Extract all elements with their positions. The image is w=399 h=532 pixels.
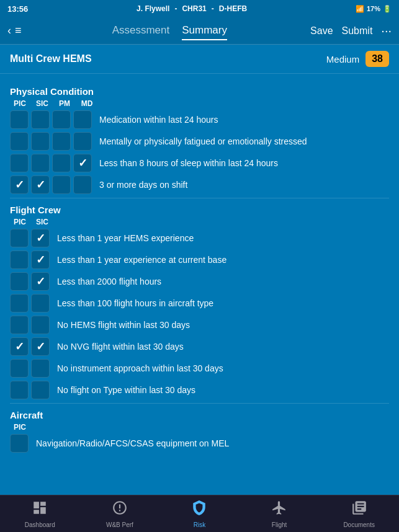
checkbox-0-2-3[interactable]: ✓ (73, 154, 92, 172)
more-button[interactable]: ··· (381, 24, 392, 38)
save-button[interactable]: Save (310, 25, 333, 37)
checkbox-1-0-1[interactable]: ✓ (31, 229, 50, 247)
nav-bar: ‹ ≡ Assessment Summary Save Submit ··· (0, 17, 399, 45)
checkbox-0-3-0[interactable]: ✓ (10, 175, 29, 194)
status-right: 📶 17% 🔋 (356, 5, 392, 13)
row-label: Less than 8 hours of sleep within last 2… (99, 158, 389, 168)
check-row: ✓✓3 or more days on shift (10, 175, 389, 194)
col-header: PIC (10, 99, 30, 108)
checkbox-1-2-1[interactable]: ✓ (31, 272, 50, 291)
row-label: No flight on Type within last 30 days (57, 385, 389, 395)
checkbox-1-5-1[interactable]: ✓ (31, 337, 50, 356)
back-arrow-icon: ‹ (7, 24, 11, 37)
score-right: Medium 38 (326, 51, 389, 67)
wifi-icon: 📶 (356, 5, 364, 13)
status-time: 13:56 (7, 4, 28, 14)
checkbox-2-0-0[interactable] (10, 434, 29, 453)
checkbox-1-3-1[interactable] (31, 294, 50, 313)
nav-tabs: Assessment Summary (29, 22, 311, 40)
tab-label-wb-perf: W&B Perf (106, 521, 133, 528)
checkbox-0-1-3[interactable] (73, 132, 92, 151)
flight-icon (271, 500, 287, 520)
checkbox-0-2-0[interactable] (10, 154, 29, 172)
checkbox-1-7-0[interactable] (10, 381, 29, 399)
dashboard-icon (32, 500, 48, 520)
check-row: ✓Less than 1 year HEMS experience (10, 229, 389, 247)
checkbox-1-6-1[interactable] (31, 359, 50, 378)
section-title-2: Aircraft (10, 410, 389, 420)
row-label: Less than 1 year experience at current b… (57, 255, 389, 265)
tab-summary[interactable]: Summary (182, 22, 227, 40)
battery-icon: 🔋 (383, 5, 392, 13)
checkbox-1-4-1[interactable] (31, 316, 50, 334)
checkbox-0-0-3[interactable] (73, 110, 92, 129)
score-bar: Multi Crew HEMS Medium 38 (0, 45, 399, 74)
checkbox-1-2-0[interactable] (10, 272, 29, 291)
nav-back-button[interactable]: ‹ ≡ (7, 24, 22, 37)
col-header: PM (55, 99, 74, 108)
checkbox-1-1-0[interactable] (10, 250, 29, 269)
check-row: No instrument approach within last 30 da… (10, 359, 389, 378)
status-pilot: J. Flywell (137, 4, 169, 13)
checkbox-0-0-2[interactable] (52, 110, 71, 129)
row-label: Navigation/Radio/AFCS/CSAS equipment on … (36, 438, 389, 448)
tab-item-wb-perf[interactable]: W&B Perf (80, 495, 160, 532)
score-title: Multi Crew HEMS (10, 53, 92, 64)
wb-perf-icon (112, 500, 128, 520)
row-label: No HEMS flight within last 30 days (57, 320, 389, 330)
col-header: MD (77, 99, 97, 108)
checkbox-1-1-1[interactable]: ✓ (31, 250, 50, 269)
menu-icon: ≡ (15, 24, 22, 37)
tab-item-dashboard[interactable]: Dashboard (0, 495, 80, 532)
check-mark: ✓ (36, 253, 45, 267)
checkbox-1-7-1[interactable] (31, 381, 50, 399)
tab-item-risk[interactable]: Risk (159, 495, 240, 532)
status-flight: CHR31 (182, 4, 206, 13)
checkbox-0-1-0[interactable] (10, 132, 29, 151)
check-row: ✓✓No NVG flight within last 30 days (10, 337, 389, 356)
checkbox-0-2-1[interactable] (31, 154, 50, 172)
tab-label-dashboard: Dashboard (25, 521, 55, 528)
checkbox-1-6-0[interactable] (10, 359, 29, 378)
main-content: Physical ConditionPICSICPMMDMedication w… (0, 74, 399, 495)
checkbox-0-0-0[interactable] (10, 110, 29, 129)
check-mark: ✓ (36, 275, 45, 288)
check-row: Navigation/Radio/AFCS/CSAS equipment on … (10, 434, 389, 453)
row-label: 3 or more days on shift (99, 180, 389, 190)
checkbox-0-0-1[interactable] (31, 110, 50, 129)
documents-icon (351, 500, 367, 520)
checkbox-1-4-0[interactable] (10, 316, 29, 334)
check-mark: ✓ (36, 178, 45, 192)
col-headers-1: PICSIC (10, 218, 389, 226)
col-header: PIC (10, 423, 30, 432)
tab-assessment[interactable]: Assessment (112, 22, 170, 40)
checkbox-1-0-0[interactable] (10, 229, 29, 247)
checkbox-0-3-3[interactable] (73, 175, 92, 194)
check-mark: ✓ (15, 178, 24, 192)
check-row: ✓Less than 8 hours of sleep within last … (10, 154, 389, 172)
col-headers-2: PIC (10, 423, 389, 432)
row-label: Less than 1 year HEMS experience (57, 233, 389, 243)
checkbox-1-5-0[interactable]: ✓ (10, 337, 29, 356)
section-divider (10, 403, 389, 404)
tab-label-risk: Risk (194, 521, 205, 528)
checkbox-0-1-1[interactable] (31, 132, 50, 151)
check-row: ✓Less than 1 year experience at current … (10, 250, 389, 269)
checkbox-0-3-2[interactable] (52, 175, 71, 194)
row-label: Less than 2000 flight hours (57, 277, 389, 286)
col-header: PIC (10, 218, 30, 226)
checkbox-0-1-2[interactable] (52, 132, 71, 151)
col-header: SIC (32, 99, 52, 108)
submit-button[interactable]: Submit (342, 25, 373, 37)
checkbox-1-3-0[interactable] (10, 294, 29, 313)
checkbox-0-3-1[interactable]: ✓ (31, 175, 50, 194)
check-row: No flight on Type within last 30 days (10, 381, 389, 399)
checkbox-0-2-2[interactable] (52, 154, 71, 172)
col-header: SIC (32, 218, 52, 226)
tab-item-flight[interactable]: Flight (240, 495, 320, 532)
status-bar: 13:56 J. Flywell - CHR31 - D-HEFB 📶 17% … (0, 0, 399, 17)
tab-item-documents[interactable]: Documents (319, 495, 399, 532)
section-divider (10, 198, 389, 198)
score-badge: 38 (365, 51, 389, 67)
check-mark: ✓ (36, 231, 45, 245)
